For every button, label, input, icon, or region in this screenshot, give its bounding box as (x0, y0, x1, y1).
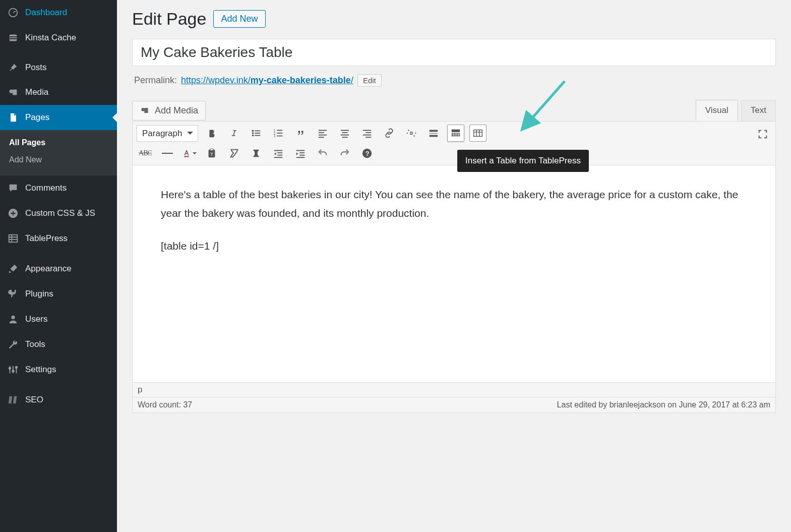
submenu-add-new[interactable]: Add New (0, 151, 117, 168)
align-center-button[interactable] (336, 125, 353, 142)
bullet-list-button[interactable] (248, 125, 265, 142)
sidebar-item-custom-css-js[interactable]: Custom CSS & JS (0, 201, 117, 226)
sidebar-item-users[interactable]: Users (0, 307, 117, 332)
sidebar-item-kinsta-cache[interactable]: Kinsta Cache (0, 25, 117, 50)
undo-button[interactable] (314, 145, 331, 162)
svg-rect-45 (459, 133, 460, 135)
sidebar-item-settings[interactable]: Settings (0, 357, 117, 382)
svg-rect-51 (185, 156, 189, 157)
indent-button[interactable] (292, 145, 309, 162)
tab-text[interactable]: Text (741, 100, 776, 121)
plug-icon (7, 288, 19, 300)
read-more-button[interactable] (425, 125, 442, 142)
element-path[interactable]: p (133, 383, 775, 397)
svg-rect-47 (454, 135, 456, 137)
svg-rect-46 (452, 135, 454, 137)
wrench-icon (7, 339, 19, 350)
user-icon (7, 314, 19, 325)
bold-button[interactable] (203, 125, 220, 142)
sidebar-item-label: Dashboard (25, 8, 67, 18)
tooltip: Insert a Table from TablePress (457, 150, 589, 172)
tablepress-insert-button[interactable] (469, 125, 486, 142)
media-icon (140, 105, 150, 115)
sidebar-item-dashboard[interactable]: Dashboard (0, 0, 117, 25)
svg-rect-62 (296, 157, 305, 158)
svg-rect-29 (319, 137, 324, 138)
italic-button[interactable] (225, 125, 242, 142)
svg-rect-40 (430, 135, 438, 137)
svg-point-14 (252, 130, 254, 132)
text-color-button[interactable] (181, 145, 198, 162)
svg-rect-39 (430, 133, 438, 134)
content-shortcode: [table id=1 /] (161, 237, 747, 256)
tab-visual[interactable]: Visual (696, 100, 738, 121)
svg-rect-50 (474, 130, 482, 137)
svg-rect-36 (363, 135, 372, 136)
svg-rect-23 (277, 130, 282, 131)
unlink-button[interactable] (403, 125, 420, 142)
sidebar-item-label: TablePress (25, 233, 68, 244)
svg-rect-37 (366, 137, 371, 138)
sidebar-item-comments[interactable]: Comments (0, 175, 117, 201)
svg-rect-55 (274, 150, 283, 151)
special-char-button[interactable] (248, 145, 265, 162)
svg-point-8 (11, 316, 15, 319)
link-button[interactable] (381, 125, 398, 142)
svg-rect-33 (342, 137, 348, 138)
align-right-button[interactable] (358, 125, 376, 142)
svg-rect-13 (144, 108, 148, 113)
format-select[interactable]: Paragraph (137, 125, 198, 142)
align-left-button[interactable] (314, 125, 331, 142)
svg-rect-61 (299, 155, 305, 156)
fullscreen-button[interactable] (754, 126, 771, 143)
add-media-button[interactable]: Add Media (132, 101, 206, 121)
sidebar-item-label: Media (25, 87, 48, 97)
svg-rect-7 (9, 235, 18, 243)
svg-rect-41 (452, 130, 460, 133)
svg-rect-34 (363, 130, 372, 131)
sidebar-item-seo[interactable]: SEO (0, 387, 117, 412)
submenu-all-pages[interactable]: All Pages (0, 134, 117, 151)
permalink-link[interactable]: https://wpdev.ink/my-cake-bakeries-table… (181, 75, 353, 86)
add-new-button[interactable]: Add New (213, 10, 265, 28)
redo-button[interactable] (336, 145, 353, 162)
svg-rect-25 (277, 136, 282, 137)
sidebar-item-label: Tools (25, 339, 45, 349)
paste-text-button[interactable]: T (203, 145, 220, 162)
sidebar-item-label: Comments (25, 183, 67, 193)
editor-box: Paragraph 123 (132, 121, 776, 413)
sidebar-item-label: Kinsta Cache (25, 33, 76, 43)
sidebar-item-tools[interactable]: Tools (0, 332, 117, 357)
page-title: Edit Page (132, 9, 206, 29)
editor-statusbar: p Word count: 37 Last edited by brianlee… (133, 382, 775, 412)
post-title-input[interactable] (132, 39, 776, 66)
hr-button[interactable] (159, 145, 176, 162)
strikethrough-button[interactable]: ABC (137, 145, 154, 162)
sidebar-item-pages[interactable]: Pages (0, 105, 117, 130)
permalink-row: Permalink: https://wpdev.ink/my-cake-bak… (134, 74, 774, 87)
outdent-button[interactable] (270, 145, 287, 162)
svg-rect-5 (13, 90, 17, 95)
svg-rect-18 (255, 133, 260, 134)
sidebar-item-posts[interactable]: Posts (0, 55, 117, 80)
permalink-edit-button[interactable]: Edit (357, 74, 382, 87)
clear-format-button[interactable] (225, 145, 242, 162)
svg-rect-2 (10, 36, 17, 37)
admin-sidebar: Dashboard Kinsta Cache Posts Media Pages (0, 0, 117, 532)
svg-rect-1 (10, 35, 17, 41)
sidebar-item-plugins[interactable]: Plugins (0, 281, 117, 307)
blockquote-button[interactable] (292, 125, 309, 142)
svg-rect-59 (296, 150, 305, 151)
svg-point-10 (12, 370, 14, 372)
svg-rect-48 (456, 135, 458, 137)
help-button[interactable]: ? (358, 145, 376, 162)
numbered-list-button[interactable]: 123 (270, 125, 287, 142)
sidebar-item-tablepress[interactable]: TablePress (0, 226, 117, 251)
svg-rect-57 (277, 155, 282, 156)
svg-rect-60 (299, 152, 305, 153)
sidebar-item-appearance[interactable]: Appearance (0, 256, 117, 281)
editor-content[interactable]: Here's a table of the best bakeries in o… (133, 165, 775, 382)
last-edited: Last edited by brianleejackson on June 2… (557, 400, 770, 409)
toolbar-toggle-button[interactable] (447, 125, 464, 142)
sidebar-item-media[interactable]: Media (0, 80, 117, 105)
